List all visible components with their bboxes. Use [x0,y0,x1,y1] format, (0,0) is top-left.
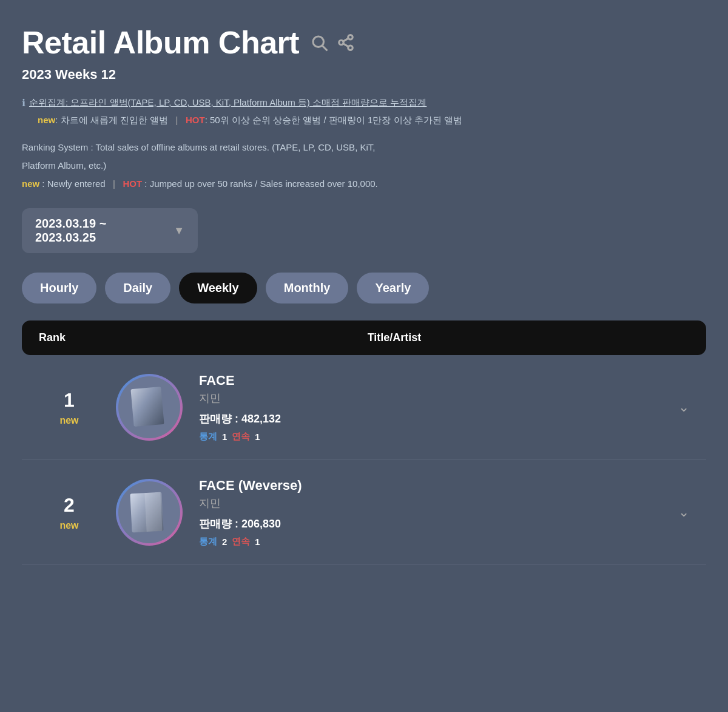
song-info-1: FACE 지민 판매량 : 482,132 통계 1 연속 1 [199,373,669,442]
info-icon: ℹ [22,97,25,109]
album-circle-border-1 [114,372,184,442]
tab-yearly[interactable]: Yearly [357,273,429,303]
tab-monthly[interactable]: Monthly [266,273,349,303]
en-info-line2: Platform Album, etc.) [22,158,706,173]
en-info-line1: Ranking System : Total sales of offline … [22,140,706,155]
album-cover-2 [114,477,184,548]
tab-weekly[interactable]: Weekly [179,273,257,303]
rank-number-2: 2 [64,494,75,517]
rank-badge-2: new [59,520,78,531]
song-title-2: FACE (Weverse) [199,478,669,493]
song-artist-1: 지민 [199,391,669,405]
svg-line-6 [343,38,349,41]
svg-rect-13 [144,492,162,532]
song-sales-1: 판매량 : 482,132 [199,412,669,426]
album-cover-1 [114,372,184,442]
song-artist-2: 지민 [199,496,669,510]
stat1-label-1: 통계 [199,431,217,442]
period-tabs: Hourly Daily Weekly Monthly Yearly [22,273,706,303]
tab-hourly[interactable]: Hourly [22,273,96,303]
en-info-labels: new : Newly entered | HOT : Jumped up ov… [22,177,706,191]
page-title: Retail Album Chart [22,24,299,61]
stat2-label-1: 연속 [232,431,250,442]
page-header: Retail Album Chart [22,24,706,61]
weeks-label: 2023 Weeks 12 [22,67,706,83]
song-stats-2: 통계 2 연속 1 [199,536,669,548]
svg-line-1 [323,46,326,50]
expand-icon-1[interactable]: ⌄ [678,399,689,415]
info-row-korean: ℹ 순위집계: 오프라인 앨범(TAPE, LP, CD, USB, KiT, … [22,96,706,110]
expand-icon-2[interactable]: ⌄ [678,504,689,520]
song-sales-2: 판매량 : 206,830 [199,517,669,531]
chart-header: Rank Title/Artist [22,320,706,355]
dropdown-arrow-icon: ▼ [174,225,184,237]
song-stats-1: 통계 1 연속 1 [199,431,669,442]
stat1-value-2: 2 [222,537,227,547]
stat2-value-1: 1 [255,432,260,442]
table-row: 1 new [22,355,706,460]
info-labels-text: new: 차트에 새롭게 진입한 앨범 | HOT: 50위 이상 순위 상승한… [38,114,462,127]
rank-badge-1: new [59,415,78,426]
info-row-labels: new: 차트에 새롭게 진입한 앨범 | HOT: 50위 이상 순위 상승한… [38,114,706,127]
date-dropdown[interactable]: 2023.03.19 ~ 2023.03.25 ▼ [22,208,198,253]
stat2-label-2: 연속 [232,536,250,548]
svg-rect-9 [130,387,164,427]
share-icon[interactable] [337,33,355,56]
chart-table: Rank Title/Artist 1 new [22,320,706,565]
col-rank-header: Rank [39,331,99,344]
svg-line-5 [343,43,349,46]
info-section: ℹ 순위집계: 오프라인 앨범(TAPE, LP, CD, USB, KiT, … [22,96,706,191]
header-actions [310,33,355,56]
song-info-2: FACE (Weverse) 지민 판매량 : 206,830 통계 2 연속 … [199,478,669,548]
search-icon[interactable] [310,33,328,56]
svg-point-0 [313,36,324,47]
col-title-header: Title/Artist [99,331,689,344]
stat1-label-2: 통계 [199,536,217,548]
info-korean-text: 순위집계: 오프라인 앨범(TAPE, LP, CD, USB, KiT, Pl… [29,96,426,110]
stat1-value-1: 1 [222,432,227,442]
table-row: 2 new [22,460,706,565]
tab-daily[interactable]: Daily [105,273,170,303]
album-circle-border-2 [114,477,184,548]
rank-section-2: 2 new [39,494,99,531]
date-range-text: 2023.03.19 ~ 2023.03.25 [35,217,165,245]
stat2-value-2: 1 [255,537,260,547]
rank-section-1: 1 new [39,389,99,426]
song-title-1: FACE [199,373,669,388]
page-container: Retail Album Chart 2023 Weeks 12 ℹ 순위집계:… [22,24,706,565]
rank-number-1: 1 [64,389,75,412]
